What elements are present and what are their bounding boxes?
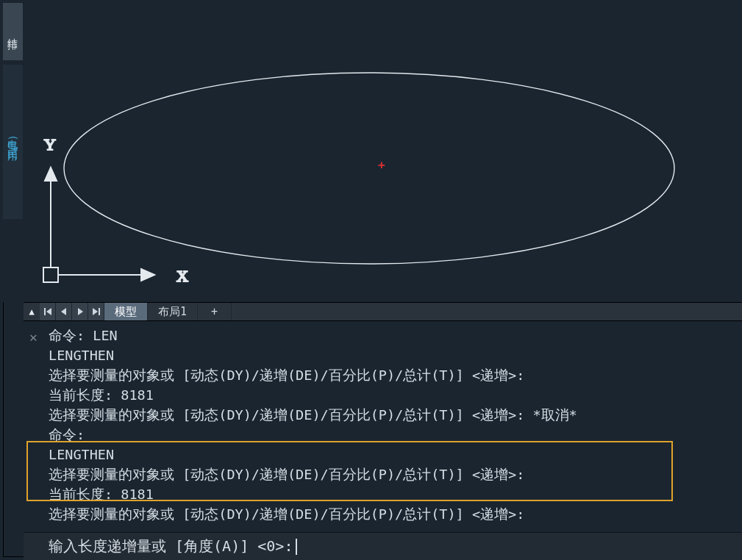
canvas-svg: X Y [24,3,742,302]
svg-marker-6 [46,308,51,315]
history-line: 命令: [49,425,739,445]
crosshair-icon: + [378,159,385,171]
history-line: 选择要测量的对象或 [动态(DY)/递增(DE)/百分比(P)/总计(T)] <… [49,365,739,385]
tab-model[interactable]: 模型 [104,303,148,320]
nav-first-button[interactable] [40,303,56,320]
svg-rect-5 [44,308,46,315]
nav-next-button[interactable] [72,303,88,320]
history-line: LENGTHEN [49,345,739,365]
text-caret [296,539,297,555]
sidepanel-tab-top[interactable]: 结排 [3,3,23,60]
sidepanel-tab-electric[interactable]: 电气(民用) [3,65,23,219]
x-axis-label: X [176,267,188,285]
nav-prev-button[interactable] [56,303,72,320]
ellipse-shape [64,73,674,264]
svg-marker-4 [45,168,57,181]
cmd-history-toggle[interactable]: ▲ [24,303,40,320]
svg-marker-8 [78,308,83,315]
close-icon[interactable]: ✕ [29,327,38,347]
history-line: 选择要测量的对象或 [动态(DY)/递增(DE)/百分比(P)/总计(T)] <… [49,504,739,524]
history-line: 当前长度: 8181 [49,484,739,504]
tab-add[interactable]: + [198,303,232,320]
sidepanel-tab-electric-label: 电气(民用) [7,132,20,153]
layout-tabbar: ▲ 模型 布局1 + [24,302,742,321]
history-line: 当前长度: 8181 [49,385,739,405]
history-line: 选择要测量的对象或 [动态(DY)/递增(DE)/百分比(P)/总计(T)] <… [49,405,739,425]
drawing-canvas[interactable]: X Y + [24,3,742,302]
sidepanel-tab-top-label: 结排 [7,30,20,33]
svg-marker-9 [93,308,98,315]
nav-last-button[interactable] [88,303,104,320]
svg-marker-2 [141,269,154,281]
history-line: LENGTHEN [49,445,739,464]
y-axis-label: Y [44,135,56,154]
tab-add-label: + [211,305,218,318]
history-line: 选择要测量的对象或 [动态(DY)/递增(DE)/百分比(P)/总计(T)] <… [49,464,739,484]
tab-layout1[interactable]: 布局1 [148,303,198,320]
history-line: 命令: LEN [49,326,739,345]
command-input[interactable]: 输入长度递增量或 [角度(A)] <0>: [24,532,742,560]
tab-layout1-label: 布局1 [158,305,187,319]
svg-marker-7 [61,308,66,315]
command-prompt: 输入长度递增量或 [角度(A)] <0>: [49,536,293,556]
svg-rect-0 [43,268,58,282]
svg-rect-10 [99,308,100,315]
tab-model-label: 模型 [115,305,137,319]
command-history: ✕ 命令: LEN LENGTHEN 选择要测量的对象或 [动态(DY)/递增(… [24,321,742,532]
